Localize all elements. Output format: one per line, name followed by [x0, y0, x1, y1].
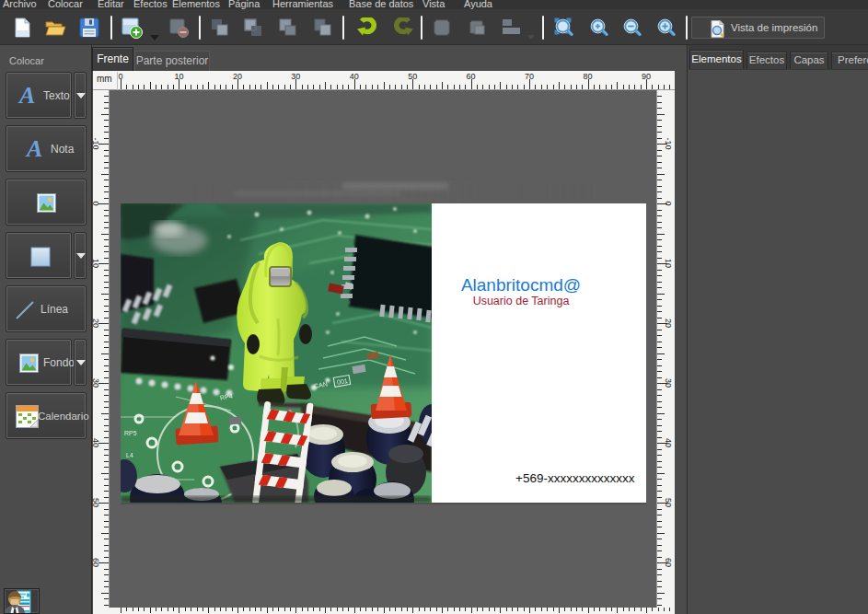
svg-text:L4: L4	[126, 452, 133, 458]
svg-text:RP5: RP5	[124, 430, 137, 436]
